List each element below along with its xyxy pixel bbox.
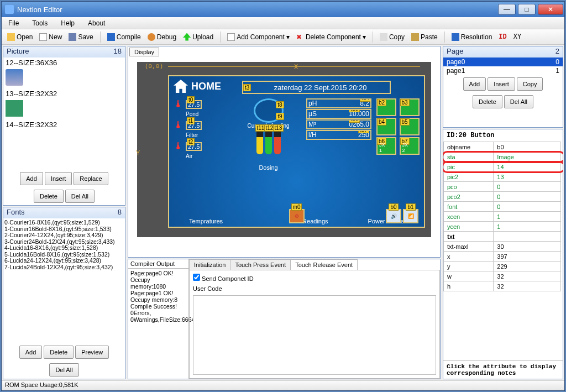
- compile-button[interactable]: Compile: [105, 32, 143, 42]
- attr-row[interactable]: font0: [444, 202, 563, 212]
- dosing-bar[interactable]: t12: [265, 130, 272, 154]
- app-icon: [5, 5, 14, 14]
- reading-row[interactable]: l/Ht17250: [306, 130, 371, 140]
- menubar: File Tools Help About: [2, 17, 564, 29]
- delete-component-button[interactable]: ✖Delete Component ▾: [294, 32, 368, 42]
- page-insert-button[interactable]: Insert: [488, 77, 515, 91]
- font-item[interactable]: 7-Lucida24Bold-12X24,(qyt:95;size:3,432): [4, 264, 124, 271]
- page-row[interactable]: page00: [443, 58, 563, 66]
- page-delete-button[interactable]: Delete: [473, 95, 502, 108]
- user-code-input[interactable]: [193, 295, 436, 375]
- fonts-list[interactable]: 0-Courier16-8X16,(qyt:95;size:1,529)1-Co…: [3, 218, 125, 343]
- page-copy-button[interactable]: Copy: [517, 77, 543, 91]
- page-delall-button[interactable]: Del All: [504, 95, 533, 108]
- copy-button[interactable]: Copy: [378, 32, 407, 42]
- page-add-button[interactable]: Add: [463, 77, 486, 91]
- picture-item[interactable]: 13--SIZE:32X32: [3, 88, 125, 99]
- send-id-checkbox[interactable]: Send Componet ID: [193, 274, 436, 282]
- titlebar[interactable]: Nextion Editor — □ ✕: [2, 2, 564, 17]
- gauge[interactable]: 🌡t127.5: [174, 119, 234, 131]
- open-button[interactable]: Open: [5, 32, 35, 42]
- tag: t8: [276, 101, 284, 108]
- page-panel-title: Page: [447, 47, 463, 57]
- debug-button[interactable]: Debug: [145, 32, 179, 42]
- font-add-button[interactable]: Add: [19, 346, 43, 359]
- font-preview-button[interactable]: Preview: [75, 346, 109, 359]
- gauge[interactable]: 🌡t027.5: [174, 98, 234, 110]
- close-button[interactable]: ✕: [538, 4, 563, 15]
- picture-add-button[interactable]: Add: [20, 172, 43, 185]
- add-component-button[interactable]: Add Component ▾: [225, 32, 292, 42]
- b0-button[interactable]: b0🔊: [386, 209, 401, 223]
- new-button[interactable]: New: [37, 32, 64, 42]
- power-button[interactable]: b7JX2: [400, 137, 420, 155]
- menu-about[interactable]: About: [88, 19, 105, 27]
- b1-button[interactable]: b1📶: [403, 209, 418, 223]
- attr-row[interactable]: txt-maxl30: [444, 242, 563, 252]
- tab-touch-press[interactable]: Touch Press Event: [230, 259, 291, 270]
- reading-row[interactable]: µSt1510.000: [306, 109, 371, 119]
- paste-button[interactable]: Paste: [409, 32, 440, 42]
- tab-initialization[interactable]: Initialization: [189, 259, 230, 270]
- attr-row[interactable]: x397: [444, 252, 563, 262]
- power-button[interactable]: b6JX1: [376, 137, 396, 155]
- ruler-y: Y: [136, 150, 140, 158]
- display-tab[interactable]: Display: [129, 48, 159, 56]
- hmi-screen[interactable]: HOME t3 zaterdag 22 Sept.2015 20:20 🌡t02…: [168, 75, 425, 228]
- xy-button[interactable]: XY: [511, 32, 523, 42]
- design-canvas[interactable]: (0,0) X Y HOME t3 zaterdag 22 Sept.2015 …: [137, 62, 431, 237]
- fonts-panel-title: Fonts: [7, 208, 25, 218]
- picture-panel-title: Picture: [7, 47, 29, 57]
- attr-row[interactable]: pic14: [444, 162, 563, 172]
- settings-icon[interactable]: m0⚙: [289, 209, 305, 223]
- power-button[interactable]: b2: [376, 98, 396, 116]
- attr-row[interactable]: pic213: [444, 172, 563, 182]
- menu-tools[interactable]: Tools: [32, 19, 48, 27]
- menu-help[interactable]: Help: [61, 19, 75, 27]
- reading-row[interactable]: M³t160265.0: [306, 119, 371, 129]
- file-new-icon: [39, 33, 47, 41]
- tab-touch-release[interactable]: Touch Release Event: [290, 259, 358, 270]
- reading-row[interactable]: pHt148.2: [306, 98, 371, 108]
- attr-row[interactable]: pco20: [444, 192, 563, 202]
- upload-button[interactable]: Upload: [181, 32, 216, 42]
- power-button[interactable]: b3: [400, 98, 420, 116]
- picture-list[interactable]: 12--SIZE:36X36 13--SIZE:32X32 14--SIZE:3…: [3, 58, 125, 170]
- tag: t3: [243, 84, 251, 91]
- date-overlay[interactable]: t3 zaterdag 22 Sept.2015 20:20: [242, 81, 391, 94]
- maximize-button[interactable]: □: [518, 4, 536, 15]
- save-button[interactable]: Save: [66, 32, 95, 42]
- attr-row[interactable]: ycen1: [444, 222, 563, 232]
- power-button[interactable]: b5: [400, 118, 420, 135]
- attr-row[interactable]: staImage: [444, 152, 563, 162]
- gauge[interactable]: 🌡t227.5: [174, 140, 234, 152]
- minimize-button[interactable]: —: [498, 4, 516, 15]
- attr-row[interactable]: h32: [444, 281, 563, 291]
- font-item[interactable]: 2-Courier24-12X24,(qyt:95;size:3,429): [4, 232, 124, 239]
- attr-row[interactable]: w32: [444, 271, 563, 281]
- picture-replace-button[interactable]: Replace: [74, 172, 108, 185]
- font-delall-button[interactable]: Del All: [49, 363, 78, 377]
- attribute-table[interactable]: objnameb0staImagepic14pic213pco0pco20fon…: [443, 142, 563, 291]
- picture-delall-button[interactable]: Del All: [65, 190, 95, 203]
- home-label: HOME: [191, 81, 221, 92]
- picture-item[interactable]: 14--SIZE:32X32: [3, 119, 125, 130]
- attr-row[interactable]: xcen1: [444, 212, 563, 222]
- picture-delete-button[interactable]: Delete: [34, 190, 64, 203]
- page-list[interactable]: page00page11: [443, 58, 563, 75]
- power-button[interactable]: b4: [376, 118, 396, 135]
- picture-insert-button[interactable]: Insert: [45, 172, 72, 185]
- font-delete-button[interactable]: Delete: [44, 346, 74, 359]
- font-item[interactable]: 0-Courier16-8X16,(qyt:95;size:1,529): [4, 219, 124, 226]
- menu-file[interactable]: File: [8, 19, 19, 27]
- id-button[interactable]: ID: [496, 32, 509, 42]
- dosing-bar[interactable]: t11: [256, 130, 263, 154]
- attr-row[interactable]: txt: [444, 232, 563, 242]
- attr-row[interactable]: pco0: [444, 182, 563, 192]
- picture-item[interactable]: 12--SIZE:36X36: [3, 58, 125, 68]
- page-row[interactable]: page11: [443, 66, 563, 75]
- dosing-bar[interactable]: t13: [274, 130, 281, 154]
- attr-row[interactable]: objnameb0: [444, 142, 563, 152]
- resolution-button[interactable]: Resolution: [449, 32, 495, 42]
- attr-row[interactable]: y229: [444, 262, 563, 271]
